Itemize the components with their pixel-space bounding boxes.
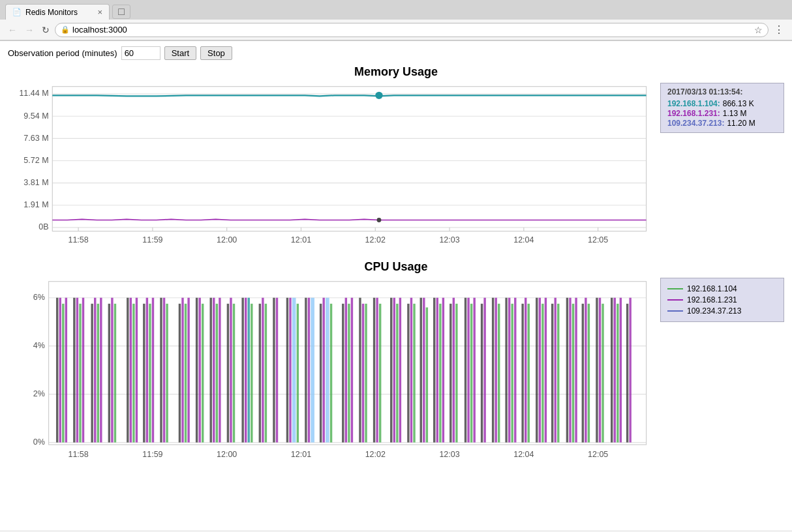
memory-chart-section: Memory Usage 11.44 M 9.54 M 7.63 M 5.72 …: [8, 65, 784, 254]
svg-rect-111: [379, 304, 381, 443]
svg-rect-144: [528, 304, 530, 443]
svg-rect-89: [273, 297, 275, 442]
svg-rect-86: [259, 304, 261, 443]
svg-rect-140: [511, 304, 513, 443]
svg-text:12:01: 12:01: [291, 235, 311, 244]
svg-rect-78: [219, 297, 221, 442]
svg-rect-133: [481, 304, 483, 443]
svg-rect-102: [342, 304, 344, 443]
svg-rect-80: [230, 297, 232, 442]
svg-text:12:04: 12:04: [513, 235, 534, 244]
address-bar[interactable]: 🔒 ☆: [55, 23, 769, 37]
svg-rect-53: [100, 297, 102, 442]
svg-rect-99: [322, 297, 324, 442]
svg-rect-156: [582, 304, 584, 443]
svg-rect-81: [233, 304, 235, 443]
svg-rect-161: [602, 304, 603, 443]
svg-rect-137: [498, 304, 500, 443]
svg-rect-77: [216, 304, 218, 443]
cpu-legend-row-1: 192.168.1.104: [667, 284, 777, 293]
tab-close-button[interactable]: ×: [97, 7, 102, 17]
svg-rect-94: [297, 304, 299, 443]
svg-rect-88: [265, 304, 267, 443]
forward-button[interactable]: →: [22, 23, 37, 37]
svg-rect-143: [525, 297, 526, 442]
svg-rect-118: [413, 304, 415, 443]
svg-rect-162: [611, 297, 613, 442]
svg-text:12:03: 12:03: [439, 450, 459, 459]
svg-rect-103: [345, 297, 347, 442]
tooltip-val-1: 866.13 K: [723, 99, 754, 108]
svg-rect-131: [470, 304, 472, 443]
tooltip-timestamp: 2017/03/13 01:13:54:: [667, 87, 777, 96]
svg-rect-138: [505, 297, 507, 442]
svg-rect-73: [198, 297, 200, 442]
stop-button[interactable]: Stop: [200, 46, 232, 60]
svg-rect-41: [49, 281, 647, 444]
reload-button[interactable]: ↻: [39, 23, 52, 37]
svg-rect-44: [62, 304, 64, 443]
svg-text:12:05: 12:05: [588, 450, 608, 459]
browser-menu-button[interactable]: ⋮: [771, 22, 787, 37]
svg-text:4%: 4%: [33, 341, 45, 350]
back-button[interactable]: ←: [5, 23, 20, 37]
svg-text:11:59: 11:59: [142, 235, 162, 244]
browser-chrome: 📄 Redis Monitors × □ ← → ↻ 🔒 ☆ ⋮: [0, 0, 792, 41]
svg-rect-142: [521, 304, 523, 443]
svg-rect-155: [575, 297, 577, 442]
svg-point-15: [375, 92, 382, 99]
svg-rect-132: [473, 297, 475, 442]
svg-rect-115: [399, 297, 401, 442]
svg-rect-66: [163, 297, 165, 442]
svg-rect-129: [465, 297, 466, 442]
tooltip-val-2: 1.13 M: [723, 109, 747, 118]
svg-rect-149: [551, 304, 553, 443]
cpu-chart-title: CPU Usage: [8, 260, 784, 274]
tooltip-ip-3: 109.234.37.213:: [667, 119, 724, 128]
svg-rect-145: [536, 297, 538, 442]
svg-rect-135: [492, 297, 494, 442]
svg-rect-107: [362, 304, 364, 443]
start-button[interactable]: Start: [164, 46, 196, 60]
svg-rect-52: [97, 304, 99, 443]
svg-rect-14: [52, 87, 646, 231]
cpu-legend-ip-2: 192.168.1.231: [687, 295, 737, 304]
bookmark-icon[interactable]: ☆: [754, 25, 763, 35]
url-input[interactable]: [72, 25, 752, 35]
svg-rect-70: [185, 304, 187, 443]
svg-rect-146: [539, 297, 541, 442]
svg-rect-50: [91, 304, 93, 443]
svg-rect-113: [393, 297, 395, 442]
svg-rect-91: [286, 297, 288, 442]
svg-rect-82: [241, 297, 243, 442]
svg-text:0B: 0B: [38, 222, 48, 231]
svg-rect-62: [146, 297, 148, 442]
observation-input[interactable]: [121, 46, 160, 60]
svg-rect-157: [585, 297, 586, 442]
svg-rect-84: [248, 297, 250, 442]
svg-rect-96: [308, 297, 310, 442]
svg-text:12:02: 12:02: [365, 235, 386, 244]
svg-rect-79: [227, 304, 229, 443]
svg-rect-124: [439, 304, 441, 443]
svg-rect-164: [617, 304, 618, 443]
svg-text:0%: 0%: [33, 437, 45, 447]
svg-rect-69: [181, 297, 183, 442]
browser-tab[interactable]: 📄 Redis Monitors ×: [5, 4, 110, 20]
svg-rect-57: [127, 297, 129, 442]
svg-rect-154: [572, 304, 574, 443]
svg-text:7.63 M: 7.63 M: [23, 134, 48, 143]
new-tab-button[interactable]: □: [112, 5, 130, 19]
svg-rect-43: [59, 297, 61, 442]
svg-rect-98: [320, 304, 322, 443]
svg-rect-114: [396, 304, 398, 443]
svg-text:2%: 2%: [33, 389, 45, 398]
cpu-legend-row-2: 192.168.1.231: [667, 295, 777, 304]
svg-rect-165: [620, 297, 622, 442]
svg-text:6%: 6%: [33, 293, 45, 302]
svg-rect-160: [599, 297, 601, 442]
tooltip-row-3: 109.234.37.213: 11.20 M: [667, 119, 777, 128]
tab-bar: 📄 Redis Monitors × □: [0, 0, 792, 20]
svg-text:9.54 M: 9.54 M: [23, 111, 48, 121]
svg-rect-117: [410, 297, 412, 442]
